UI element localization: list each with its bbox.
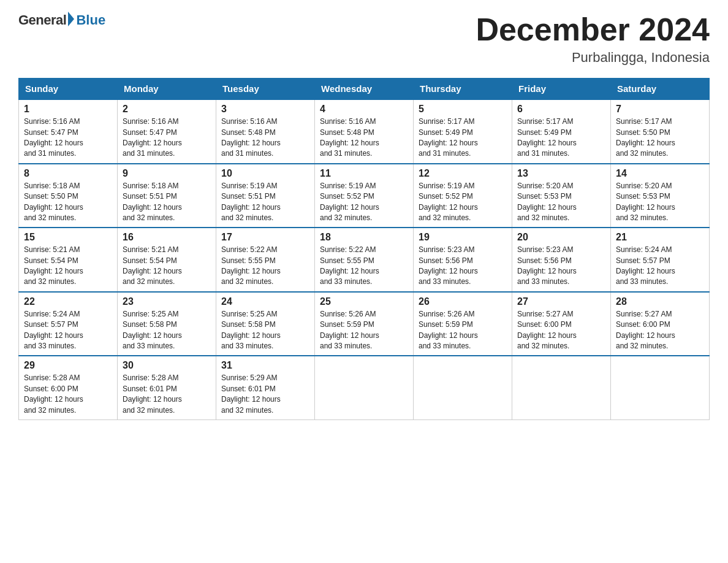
logo-general-text: General <box>18 12 66 28</box>
day-info: Sunrise: 5:26 AM Sunset: 5:59 PM Dayligh… <box>320 309 408 352</box>
day-info: Sunrise: 5:24 AM Sunset: 5:57 PM Dayligh… <box>616 245 704 288</box>
calendar-day-cell: 2Sunrise: 5:16 AM Sunset: 5:47 PM Daylig… <box>118 99 216 164</box>
calendar-day-cell: 23Sunrise: 5:25 AM Sunset: 5:58 PM Dayli… <box>118 292 216 356</box>
day-number: 28 <box>616 296 704 307</box>
day-info: Sunrise: 5:27 AM Sunset: 6:00 PM Dayligh… <box>616 309 704 352</box>
day-info: Sunrise: 5:25 AM Sunset: 5:58 PM Dayligh… <box>123 309 211 352</box>
logo-blue-text: Blue <box>76 12 105 28</box>
day-info: Sunrise: 5:16 AM Sunset: 5:48 PM Dayligh… <box>221 117 309 159</box>
calendar-table: SundayMondayTuesdayWednesdayThursdayFrid… <box>18 78 710 420</box>
day-number: 5 <box>419 104 507 115</box>
day-number: 21 <box>616 232 704 243</box>
calendar-day-cell: 15Sunrise: 5:21 AM Sunset: 5:54 PM Dayli… <box>19 228 118 292</box>
calendar-day-cell: 18Sunrise: 5:22 AM Sunset: 5:55 PM Dayli… <box>315 228 414 292</box>
day-number: 25 <box>320 296 408 307</box>
logo: General Blue <box>18 12 105 28</box>
calendar-day-cell: 24Sunrise: 5:25 AM Sunset: 5:58 PM Dayli… <box>216 292 315 356</box>
calendar-day-cell: 27Sunrise: 5:27 AM Sunset: 6:00 PM Dayli… <box>512 292 611 356</box>
day-info: Sunrise: 5:29 AM Sunset: 6:01 PM Dayligh… <box>221 373 309 416</box>
calendar-day-cell: 8Sunrise: 5:18 AM Sunset: 5:50 PM Daylig… <box>19 164 118 228</box>
header-friday: Friday <box>512 79 611 100</box>
day-info: Sunrise: 5:23 AM Sunset: 5:56 PM Dayligh… <box>517 245 605 288</box>
day-info: Sunrise: 5:21 AM Sunset: 5:54 PM Dayligh… <box>123 245 211 288</box>
header-wednesday: Wednesday <box>315 79 414 100</box>
calendar-day-cell: 4Sunrise: 5:16 AM Sunset: 5:48 PM Daylig… <box>315 99 414 164</box>
day-info: Sunrise: 5:27 AM Sunset: 6:00 PM Dayligh… <box>517 309 605 352</box>
calendar-day-cell: 12Sunrise: 5:19 AM Sunset: 5:52 PM Dayli… <box>414 164 512 228</box>
day-number: 27 <box>517 296 605 307</box>
page-subtitle: Purbalingga, Indonesia <box>476 50 710 66</box>
calendar-day-cell: 10Sunrise: 5:19 AM Sunset: 5:51 PM Dayli… <box>216 164 315 228</box>
day-info: Sunrise: 5:16 AM Sunset: 5:47 PM Dayligh… <box>123 117 211 159</box>
day-info: Sunrise: 5:16 AM Sunset: 5:48 PM Dayligh… <box>320 117 408 159</box>
day-number: 12 <box>419 168 507 179</box>
day-number: 26 <box>419 296 507 307</box>
day-number: 29 <box>24 360 112 371</box>
calendar-week-row: 15Sunrise: 5:21 AM Sunset: 5:54 PM Dayli… <box>19 228 710 292</box>
calendar-day-cell: 13Sunrise: 5:20 AM Sunset: 5:53 PM Dayli… <box>512 164 611 228</box>
day-info: Sunrise: 5:17 AM Sunset: 5:49 PM Dayligh… <box>517 117 605 159</box>
calendar-week-row: 8Sunrise: 5:18 AM Sunset: 5:50 PM Daylig… <box>19 164 710 228</box>
day-info: Sunrise: 5:22 AM Sunset: 5:55 PM Dayligh… <box>320 245 408 288</box>
title-section: December 2024 Purbalingga, Indonesia <box>476 12 710 66</box>
page-header: General Blue December 2024 Purbalingga, … <box>18 12 710 66</box>
day-number: 16 <box>123 232 211 243</box>
calendar-day-cell: 9Sunrise: 5:18 AM Sunset: 5:51 PM Daylig… <box>118 164 216 228</box>
day-number: 31 <box>221 360 309 371</box>
day-number: 1 <box>24 104 112 115</box>
header-sunday: Sunday <box>19 79 118 100</box>
day-number: 30 <box>123 360 211 371</box>
calendar-day-cell: 16Sunrise: 5:21 AM Sunset: 5:54 PM Dayli… <box>118 228 216 292</box>
calendar-day-cell: 31Sunrise: 5:29 AM Sunset: 6:01 PM Dayli… <box>216 356 315 419</box>
day-number: 18 <box>320 232 408 243</box>
calendar-day-cell: 11Sunrise: 5:19 AM Sunset: 5:52 PM Dayli… <box>315 164 414 228</box>
calendar-day-cell: 14Sunrise: 5:20 AM Sunset: 5:53 PM Dayli… <box>611 164 710 228</box>
day-number: 7 <box>616 104 704 115</box>
day-info: Sunrise: 5:24 AM Sunset: 5:57 PM Dayligh… <box>24 309 112 352</box>
calendar-day-cell: 28Sunrise: 5:27 AM Sunset: 6:00 PM Dayli… <box>611 292 710 356</box>
day-info: Sunrise: 5:20 AM Sunset: 5:53 PM Dayligh… <box>517 181 605 224</box>
calendar-day-cell: 20Sunrise: 5:23 AM Sunset: 5:56 PM Dayli… <box>512 228 611 292</box>
calendar-day-cell <box>315 356 414 419</box>
day-number: 10 <box>221 168 309 179</box>
day-info: Sunrise: 5:17 AM Sunset: 5:49 PM Dayligh… <box>419 117 507 159</box>
day-number: 8 <box>24 168 112 179</box>
day-info: Sunrise: 5:18 AM Sunset: 5:51 PM Dayligh… <box>123 181 211 224</box>
calendar-day-cell: 3Sunrise: 5:16 AM Sunset: 5:48 PM Daylig… <box>216 99 315 164</box>
calendar-day-cell: 29Sunrise: 5:28 AM Sunset: 6:00 PM Dayli… <box>19 356 118 419</box>
day-number: 13 <box>517 168 605 179</box>
day-number: 9 <box>123 168 211 179</box>
calendar-week-row: 29Sunrise: 5:28 AM Sunset: 6:00 PM Dayli… <box>19 356 710 419</box>
calendar-day-cell: 6Sunrise: 5:17 AM Sunset: 5:49 PM Daylig… <box>512 99 611 164</box>
calendar-day-cell: 1Sunrise: 5:16 AM Sunset: 5:47 PM Daylig… <box>19 99 118 164</box>
day-info: Sunrise: 5:19 AM Sunset: 5:52 PM Dayligh… <box>419 181 507 224</box>
calendar-day-cell: 22Sunrise: 5:24 AM Sunset: 5:57 PM Dayli… <box>19 292 118 356</box>
day-number: 14 <box>616 168 704 179</box>
calendar-week-row: 22Sunrise: 5:24 AM Sunset: 5:57 PM Dayli… <box>19 292 710 356</box>
day-info: Sunrise: 5:23 AM Sunset: 5:56 PM Dayligh… <box>419 245 507 288</box>
calendar-day-cell: 26Sunrise: 5:26 AM Sunset: 5:59 PM Dayli… <box>414 292 512 356</box>
day-number: 4 <box>320 104 408 115</box>
day-info: Sunrise: 5:19 AM Sunset: 5:52 PM Dayligh… <box>320 181 408 224</box>
page-title: December 2024 <box>476 12 710 47</box>
day-info: Sunrise: 5:21 AM Sunset: 5:54 PM Dayligh… <box>24 245 112 288</box>
day-info: Sunrise: 5:22 AM Sunset: 5:55 PM Dayligh… <box>221 245 309 288</box>
day-number: 17 <box>221 232 309 243</box>
calendar-day-cell <box>414 356 512 419</box>
day-info: Sunrise: 5:17 AM Sunset: 5:50 PM Dayligh… <box>616 117 704 159</box>
day-number: 6 <box>517 104 605 115</box>
day-info: Sunrise: 5:25 AM Sunset: 5:58 PM Dayligh… <box>221 309 309 352</box>
calendar-week-row: 1Sunrise: 5:16 AM Sunset: 5:47 PM Daylig… <box>19 99 710 164</box>
day-number: 24 <box>221 296 309 307</box>
header-saturday: Saturday <box>611 79 710 100</box>
calendar-day-cell: 25Sunrise: 5:26 AM Sunset: 5:59 PM Dayli… <box>315 292 414 356</box>
calendar-day-cell: 30Sunrise: 5:28 AM Sunset: 6:01 PM Dayli… <box>118 356 216 419</box>
day-info: Sunrise: 5:28 AM Sunset: 6:00 PM Dayligh… <box>24 373 112 416</box>
day-number: 15 <box>24 232 112 243</box>
day-number: 2 <box>123 104 211 115</box>
day-number: 19 <box>419 232 507 243</box>
calendar-day-cell: 5Sunrise: 5:17 AM Sunset: 5:49 PM Daylig… <box>414 99 512 164</box>
calendar-day-cell <box>611 356 710 419</box>
header-tuesday: Tuesday <box>216 79 315 100</box>
calendar-day-cell: 7Sunrise: 5:17 AM Sunset: 5:50 PM Daylig… <box>611 99 710 164</box>
